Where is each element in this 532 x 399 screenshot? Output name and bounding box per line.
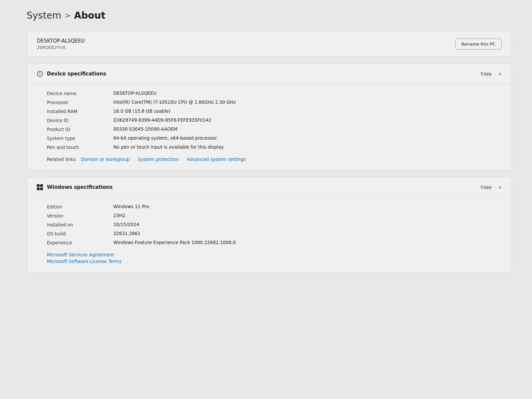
device-specs-actions: Copy ∧ — [478, 70, 502, 77]
breadcrumb-system: System — [27, 10, 61, 21]
device-spec-label-5: System type — [47, 135, 113, 141]
device-spec-value-6: No pen or touch input is available for t… — [113, 144, 492, 150]
device-spec-value-4: 00330-53045-25090-AAOEM — [113, 126, 492, 132]
device-name-block: DESKTOP-ALSQEEU 20RD002YUS — [37, 38, 85, 50]
device-spec-value-2: 16.0 GB (15.8 GB usable) — [113, 108, 492, 114]
windows-specs-header-left: Windows specifications — [37, 184, 113, 190]
device-specs-header-left: i Device specifications — [37, 71, 106, 77]
domain-workgroup-link[interactable]: Domain or workgroup — [81, 157, 130, 162]
windows-specs-card: Windows specifications Copy ∧ EditionWin… — [27, 177, 512, 272]
win-spec-label-4: Experience — [47, 240, 113, 245]
device-specs-card: i Device specifications Copy ∧ Device na… — [27, 64, 512, 170]
device-spec-value-5: 64-bit operating system, x64-based proce… — [113, 135, 492, 141]
device-model: 20RD002YUS — [37, 45, 85, 50]
device-specs-body: Device nameDESKTOP-ALSQEEUProcessorIntel… — [27, 84, 512, 170]
win-spec-label-1: Version — [47, 213, 113, 218]
windows-specs-table: EditionWindows 11 ProVersion23H2Installe… — [47, 204, 492, 245]
windows-specs-actions: Copy ∧ — [478, 183, 502, 191]
windows-specs-body: EditionWindows 11 ProVersion23H2Installe… — [27, 197, 512, 272]
device-spec-value-0: DESKTOP-ALSQEEU — [113, 90, 492, 96]
device-header-card: DESKTOP-ALSQEEU 20RD002YUS Rename this P… — [27, 31, 512, 57]
device-spec-label-2: Installed RAM — [47, 108, 113, 114]
related-links-label: Related links — [47, 157, 75, 162]
breadcrumb-about: About — [74, 10, 105, 21]
device-specs-chevron: ∧ — [498, 71, 502, 76]
win-spec-value-0: Windows 11 Pro — [113, 204, 492, 209]
windows-links-container: Microsoft Services AgreementMicrosoft So… — [47, 252, 492, 264]
breadcrumb-separator: > — [65, 11, 70, 20]
breadcrumb: System > About — [27, 10, 512, 21]
win-spec-value-4: Windows Feature Experience Pack 1000.226… — [113, 240, 492, 245]
windows-specs-title: Windows specifications — [47, 184, 113, 190]
device-spec-label-4: Product ID — [47, 126, 113, 132]
device-spec-value-1: Intel(R) Core(TM) i7-10510U CPU @ 1.80GH… — [113, 99, 492, 105]
windows-specs-header[interactable]: Windows specifications Copy ∧ — [27, 177, 512, 197]
device-hostname: DESKTOP-ALSQEEU — [37, 38, 85, 44]
windows-icon-sq1 — [37, 184, 40, 187]
win-spec-value-1: 23H2 — [113, 213, 492, 218]
device-spec-value-3: D3628749-8399-44D9-85F6-FEFE935F0142 — [113, 117, 492, 123]
device-spec-label-6: Pen and touch — [47, 144, 113, 150]
info-icon: i — [37, 71, 43, 77]
windows-specs-copy-button[interactable]: Copy — [478, 183, 494, 191]
device-specs-copy-button[interactable]: Copy — [478, 70, 494, 77]
windows-link-0[interactable]: Microsoft Services Agreement — [47, 252, 492, 257]
windows-icon-sq3 — [37, 188, 40, 190]
device-spec-label-1: Processor — [47, 99, 113, 105]
win-spec-label-3: OS build — [47, 231, 113, 236]
win-spec-value-2: 10/15/2024 — [113, 222, 492, 227]
win-spec-label-0: Edition — [47, 204, 113, 209]
system-protection-link[interactable]: System protection — [138, 157, 179, 162]
win-spec-label-2: Installed on — [47, 222, 113, 227]
device-specs-title: Device specifications — [47, 71, 106, 77]
windows-specs-chevron: ∧ — [498, 185, 502, 190]
rename-pc-button[interactable]: Rename this PC — [455, 39, 502, 50]
device-spec-label-0: Device name — [47, 90, 113, 96]
windows-icon-sq2 — [40, 184, 43, 187]
related-links: Related links Domain or workgroup System… — [47, 157, 492, 162]
windows-icon-sq4 — [40, 188, 43, 190]
device-specs-header[interactable]: i Device specifications Copy ∧ — [27, 64, 512, 84]
advanced-system-settings-link[interactable]: Advanced system settings — [187, 157, 246, 162]
device-specs-table: Device nameDESKTOP-ALSQEEUProcessorIntel… — [47, 90, 492, 150]
windows-link-1[interactable]: Microsoft Software License Terms — [47, 259, 492, 264]
win-spec-value-3: 22631.2861 — [113, 231, 492, 236]
device-spec-label-3: Device ID — [47, 117, 113, 123]
page-container: System > About DESKTOP-ALSQEEU 20RD002YU… — [0, 0, 532, 292]
windows-icon — [37, 184, 43, 190]
